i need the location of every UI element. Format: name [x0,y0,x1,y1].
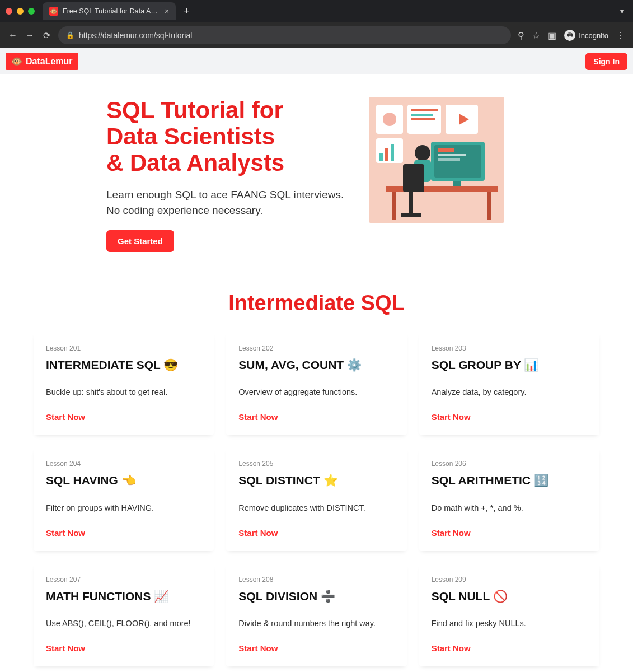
lesson-description: Do math with +, *, and %. [432,503,587,512]
svg-point-2 [383,113,396,126]
svg-rect-26 [401,213,421,217]
svg-rect-4 [411,109,438,111]
lesson-kicker: Lesson 205 [238,460,394,468]
lesson-title: SQL DIVISION ➗ [238,589,394,603]
hero-subtitle: Learn enough SQL to ace FAANG SQL interv… [106,187,347,218]
svg-rect-10 [379,153,383,161]
lesson-description: Buckle up: shit's about to get real. [46,388,201,396]
start-now-link[interactable]: Start Now [238,528,394,538]
chevron-down-icon[interactable]: ▾ [620,7,624,16]
lesson-title: SQL GROUP BY 📊 [432,358,587,372]
get-started-button[interactable]: Get Started [106,230,174,252]
svg-point-22 [415,145,430,161]
hero-text: SQL Tutorial for Data Scientists & Data … [106,97,347,252]
start-now-link[interactable]: Start Now [432,412,587,422]
hero-title: SQL Tutorial for Data Scientists & Data … [106,97,347,176]
lesson-description: Analyze data, by category. [432,388,587,396]
svg-rect-15 [438,148,454,152]
svg-rect-5 [411,114,433,116]
lock-icon: 🔒 [66,31,74,39]
lesson-title: SUM, AVG, COUNT ⚙️ [238,358,394,372]
lesson-card[interactable]: Lesson 207MATH FUNCTIONS 📈Use ABS(), CEI… [34,563,214,666]
reload-button[interactable]: ⟳ [41,30,51,41]
lesson-card[interactable]: Lesson 204SQL HAVING 👈Filter on groups w… [34,447,214,550]
start-now-link[interactable]: Start Now [432,643,587,653]
tab-favicon-icon: 🐵 [49,7,58,16]
incognito-icon: 🕶 [564,30,575,41]
lesson-kicker: Lesson 208 [238,576,394,584]
lesson-card[interactable]: Lesson 202SUM, AVG, COUNT ⚙️Overview of … [226,332,406,435]
svg-rect-18 [453,181,461,186]
svg-rect-11 [385,148,388,161]
tab-title: Free SQL Tutorial for Data Ana [63,7,158,15]
lesson-kicker: Lesson 203 [432,344,587,352]
svg-rect-6 [411,118,435,120]
lesson-title: SQL DISTINCT ⭐ [238,473,394,487]
lesson-description: Overview of aggregate functions. [238,388,394,396]
lesson-description: Remove duplicates with DISTINCT. [238,503,394,512]
brand-logo[interactable]: 🐵 DataLemur [6,53,78,70]
lesson-description: Find and fix pesky NULLs. [432,619,587,628]
lemur-icon: 🐵 [11,56,22,67]
hero-title-line: & Data Analysts [106,150,284,176]
minimize-window-button[interactable] [17,8,24,15]
lesson-kicker: Lesson 206 [432,460,587,468]
lesson-card[interactable]: Lesson 205SQL DISTINCT ⭐Remove duplicate… [226,447,406,550]
browser-tab[interactable]: 🐵 Free SQL Tutorial for Data Ana × [43,2,176,20]
lesson-card[interactable]: Lesson 209SQL NULL 🚫Find and fix pesky N… [419,563,599,666]
start-now-link[interactable]: Start Now [432,528,587,538]
lesson-kicker: Lesson 209 [432,576,587,584]
forward-button[interactable]: → [25,30,35,40]
lesson-description: Use ABS(), CEIL(), FLOOR(), and more! [46,619,201,628]
panel-icon[interactable]: ▣ [548,30,556,41]
hero: SQL Tutorial for Data Scientists & Data … [0,74,633,269]
search-icon[interactable]: ⚲ [518,30,524,41]
svg-rect-12 [391,144,394,161]
window-controls [6,8,35,15]
start-now-link[interactable]: Start Now [46,412,201,422]
new-tab-button[interactable]: + [184,6,190,17]
start-now-link[interactable]: Start Now [238,412,394,422]
incognito-label: Incognito [579,31,608,40]
lesson-description: Filter on groups with HAVING. [46,503,201,512]
svg-rect-20 [392,192,396,220]
bookmark-icon[interactable]: ☆ [532,30,540,41]
lessons-grid: Lesson 201INTERMEDIATE SQL 😎Buckle up: s… [0,332,633,672]
lesson-title: INTERMEDIATE SQL 😎 [46,358,201,372]
browser-titlebar: 🐵 Free SQL Tutorial for Data Ana × + ▾ [0,0,633,22]
svg-rect-16 [438,154,466,156]
lesson-card[interactable]: Lesson 201INTERMEDIATE SQL 😎Buckle up: s… [34,332,214,435]
start-now-link[interactable]: Start Now [238,643,394,653]
maximize-window-button[interactable] [28,8,35,15]
toolbar-right: ⚲ ☆ ▣ 🕶 Incognito ⋮ [518,30,625,41]
menu-button[interactable]: ⋮ [616,30,625,41]
hero-illustration [369,97,504,223]
lesson-kicker: Lesson 204 [46,460,201,468]
svg-rect-21 [487,192,491,220]
lesson-title: SQL NULL 🚫 [432,589,587,603]
close-window-button[interactable] [6,8,12,15]
svg-rect-25 [409,192,413,214]
tab-close-icon[interactable]: × [165,7,169,16]
browser-toolbar: ← → ⟳ 🔒 https://datalemur.com/sql-tutori… [0,22,633,48]
svg-rect-24 [403,164,424,192]
browser-chrome: 🐵 Free SQL Tutorial for Data Ana × + ▾ ←… [0,0,633,48]
url-text: https://datalemur.com/sql-tutorial [79,31,192,40]
lesson-kicker: Lesson 207 [46,576,201,584]
lesson-title: MATH FUNCTIONS 📈 [46,589,201,603]
incognito-indicator[interactable]: 🕶 Incognito [564,30,608,41]
start-now-link[interactable]: Start Now [46,643,201,653]
back-button[interactable]: ← [8,30,18,40]
hero-title-line: SQL Tutorial for [106,97,283,123]
lesson-card[interactable]: Lesson 208SQL DIVISION ➗Divide & round n… [226,563,406,666]
lesson-title: SQL ARITHMETIC 🔢 [432,473,587,487]
lesson-description: Divide & round numbers the right way. [238,619,394,628]
site-header: 🐵 DataLemur Sign In [0,48,633,74]
start-now-link[interactable]: Start Now [46,528,201,538]
sign-in-button[interactable]: Sign In [585,53,627,70]
section-title: Intermediate SQL [0,291,633,315]
lesson-kicker: Lesson 202 [238,344,394,352]
lesson-card[interactable]: Lesson 203SQL GROUP BY 📊Analyze data, by… [419,332,599,435]
lesson-card[interactable]: Lesson 206SQL ARITHMETIC 🔢Do math with +… [419,447,599,550]
address-bar[interactable]: 🔒 https://datalemur.com/sql-tutorial [58,26,511,44]
